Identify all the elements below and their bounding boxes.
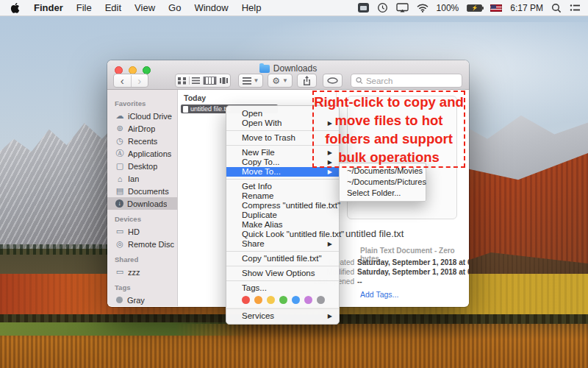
context-menu-label: Quick Look "untitled file.txt"	[242, 230, 344, 238]
context-menu-label: Rename	[242, 191, 273, 200]
sidebar-item-applications[interactable]: ⒶApplications	[107, 147, 177, 160]
menu-bar-clock[interactable]: 6:17 PM	[510, 3, 543, 13]
toolbar: ‹ › ▼ ⚙ ▼	[107, 74, 469, 90]
window-title-row: Downloads	[107, 60, 469, 74]
submenu-arrow-icon: ▶	[328, 167, 332, 177]
column-view-button[interactable]	[203, 77, 217, 85]
shared-computer-icon: ▭	[115, 267, 125, 277]
sidebar-item-airdrop[interactable]: ⊚AirDrop	[107, 122, 177, 135]
nav-buttons: ‹ ›	[113, 74, 148, 88]
submenu-arrow-icon: ▶	[328, 239, 332, 249]
context-menu-label: New File	[242, 148, 275, 157]
sidebar: Favorites☁iCloud Drive⊚AirDrop◷RecentsⒶA…	[107, 90, 178, 306]
context-menu-item-rename[interactable]: Rename	[226, 191, 339, 201]
icon-view-button[interactable]	[176, 77, 189, 85]
context-menu-item-compress-untitled-file-txt[interactable]: Compress "untitled file.txt"	[226, 201, 339, 210]
context-menu-item-tags[interactable]: Tags...	[226, 283, 339, 293]
sidebar-item-ian[interactable]: ⌂Ian	[107, 172, 177, 185]
tag-color-dot[interactable]	[242, 296, 250, 304]
menu-window[interactable]: Window	[187, 2, 234, 13]
tag-color-dot[interactable]	[267, 296, 275, 304]
sidebar-item-label: Remote Disc	[128, 240, 174, 249]
context-menu-item-share[interactable]: Share▶	[226, 239, 339, 249]
sidebar-section-devices: Devices	[115, 215, 177, 223]
context-menu-label: Compress "untitled file.txt"	[242, 201, 340, 210]
sidebar-item-label: Desktop	[128, 162, 157, 171]
context-menu-item-duplicate[interactable]: Duplicate	[226, 210, 339, 220]
tag-color-dot[interactable]	[292, 296, 300, 304]
edit-tags-button[interactable]	[323, 74, 343, 88]
tag-color-row	[226, 293, 339, 306]
menu-finder[interactable]: Finder	[27, 2, 70, 13]
sidebar-item-documents[interactable]: ▤Documents	[107, 185, 177, 197]
sidebar-section-favorites: Favorites	[115, 99, 177, 107]
context-menu-item-show-view-options[interactable]: Show View Options	[226, 269, 339, 278]
window-titlebar[interactable]: Downloads ‹ › ▼ ⚙	[107, 60, 469, 90]
submenu-item-documents-pictures[interactable]: ~/Documents/Pictures	[340, 177, 426, 188]
group-by-button[interactable]: ▼	[238, 74, 263, 88]
sidebar-item-icloud-drive[interactable]: ☁iCloud Drive	[107, 110, 177, 122]
forward-button[interactable]: ›	[131, 75, 148, 87]
sidebar-item-desktop[interactable]: ▢Desktop	[107, 160, 177, 172]
context-menu-label: Share	[242, 239, 265, 248]
tag-gray-icon	[116, 297, 123, 303]
menu-separator	[226, 251, 339, 252]
context-menu-item-make-alias[interactable]: Make Alias	[226, 220, 339, 230]
sidebar-item-label: Applications	[128, 149, 171, 158]
sidebar-item-hd[interactable]: ▭HD	[107, 225, 177, 238]
menu-file[interactable]: File	[70, 2, 98, 13]
menu-help[interactable]: Help	[235, 2, 268, 13]
tag-color-dot[interactable]	[317, 296, 325, 304]
move-to-submenu: ~/Documents/Movies~/Documents/PicturesSe…	[339, 163, 426, 202]
add-tags-link[interactable]: Add Tags...	[360, 290, 398, 299]
menu-go[interactable]: Go	[162, 2, 187, 13]
tag-color-dot[interactable]	[304, 296, 312, 304]
context-menu-item-quick-look-untitled-file-txt[interactable]: Quick Look "untitled file.txt"	[226, 230, 339, 239]
wifi-icon[interactable]	[417, 4, 429, 13]
submenu-item-select-folder[interactable]: Select Folder...	[340, 188, 426, 199]
context-menu-label: Services	[242, 311, 274, 320]
context-menu-label: Get Info	[242, 182, 272, 191]
menu-view[interactable]: View	[128, 2, 162, 13]
hot-folders-app-icon[interactable]	[358, 3, 369, 13]
time-machine-icon[interactable]	[377, 2, 388, 13]
sidebar-item-remote-disc[interactable]: ◎Remote Disc	[107, 238, 177, 250]
context-menu-item-services[interactable]: Services▶	[226, 311, 339, 321]
remote-disc-icon: ◎	[115, 239, 125, 249]
wallpaper-grass	[0, 322, 250, 336]
tag-color-dot[interactable]	[279, 296, 287, 304]
context-menu-item-get-info[interactable]: Get Info	[226, 182, 339, 191]
coverflow-view-button[interactable]	[216, 77, 230, 85]
context-menu-item-copy-untitled-file-txt[interactable]: Copy "untitled file.txt"	[226, 254, 339, 263]
preview-file-title: untitled file.txt	[345, 228, 404, 239]
search-field[interactable]	[351, 74, 462, 88]
menu-bar: FinderFileEditViewGoWindowHelp 100% ⚡ 6:…	[0, 0, 588, 16]
airplay-display-icon[interactable]	[396, 3, 409, 13]
sidebar-item-downloads[interactable]: ↓Downloads	[107, 197, 177, 210]
sidebar-item-gray[interactable]: Gray	[107, 294, 177, 306]
us-flag-icon[interactable]	[490, 4, 502, 12]
context-menu-item-move-to[interactable]: Move To...▶	[226, 167, 339, 177]
window-title: Downloads	[273, 63, 317, 74]
spotlight-icon[interactable]	[551, 3, 562, 13]
sidebar-item-recents[interactable]: ◷Recents	[107, 135, 177, 147]
tag-color-dot[interactable]	[254, 296, 262, 304]
menu-separator	[226, 179, 339, 180]
notification-center-icon[interactable]	[570, 4, 581, 13]
battery-charging-icon[interactable]: ⚡	[467, 4, 482, 12]
back-button[interactable]: ‹	[114, 75, 131, 87]
action-menu-button[interactable]: ⚙ ▼	[268, 74, 293, 88]
sidebar-item-zzz[interactable]: ▭zzz	[107, 266, 177, 278]
list-view-button[interactable]	[189, 77, 203, 85]
share-button[interactable]	[297, 74, 317, 88]
sidebar-item-label: Documents	[128, 187, 169, 196]
menu-edit[interactable]: Edit	[98, 2, 128, 13]
search-input[interactable]	[366, 77, 457, 85]
group-icon	[243, 77, 251, 85]
icloud-icon: ☁	[115, 111, 125, 121]
sidebar-item-label: Ian	[128, 174, 139, 183]
context-menu-label: Copy To...	[242, 158, 280, 166]
chevron-down-icon: ▼	[282, 77, 288, 84]
context-menu-label: Copy "untitled file.txt"	[242, 254, 322, 263]
apple-menu[interactable]	[0, 2, 27, 13]
